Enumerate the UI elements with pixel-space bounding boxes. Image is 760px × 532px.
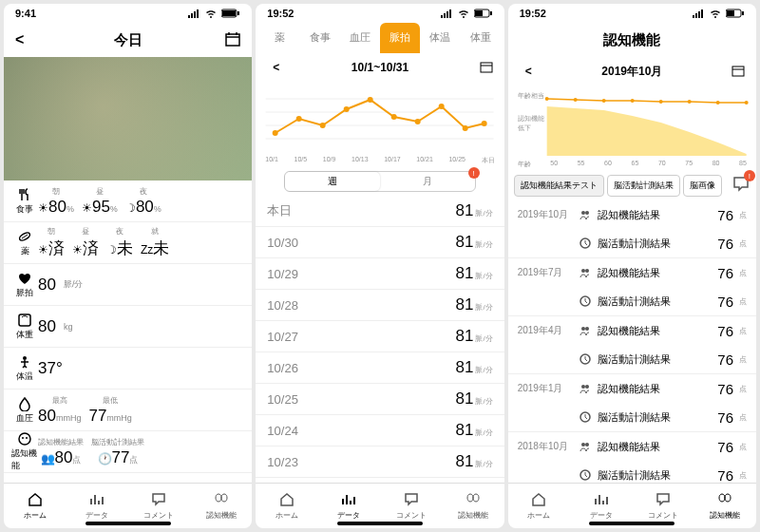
svg-point-34 <box>715 101 719 104</box>
svg-point-7 <box>19 433 30 445</box>
svg-point-8 <box>22 437 24 439</box>
svg-point-42 <box>581 327 585 331</box>
tab-temp[interactable]: 体温 <box>420 23 460 53</box>
signal-icon <box>692 9 705 18</box>
tab-pulse[interactable]: 脈拍 <box>380 23 420 53</box>
row-score: 76 <box>717 236 733 252</box>
seg-week[interactable]: 週 <box>285 172 380 191</box>
data-row[interactable]: 10/2781脈/分 <box>256 321 504 352</box>
tab-brain-activity[interactable]: 脳活動計測結果 <box>607 175 680 197</box>
history-row[interactable]: 脳活動計測結果76点 <box>508 229 756 257</box>
row-unit: 脈/分 <box>475 366 492 374</box>
calendar-button[interactable] <box>732 64 745 80</box>
history-row[interactable]: 脳活動計測結果76点 <box>508 461 756 483</box>
row-date: 10/23 <box>267 455 298 469</box>
row-unit: 脈/分 <box>475 240 492 249</box>
status-bar: 9:41 <box>4 4 252 23</box>
row-value: 81 <box>456 421 474 439</box>
history-row[interactable]: 2019年1月認知機能結果76点 <box>508 374 756 403</box>
nav-home[interactable]: ホーム <box>4 484 66 528</box>
data-row[interactable]: 10/2881脈/分 <box>256 290 504 321</box>
row-label: 認知機能結果 <box>598 382 660 396</box>
svg-point-23 <box>482 121 487 126</box>
history-row[interactable]: 2018年10月認知機能結果76点 <box>508 432 756 461</box>
data-row[interactable]: 10/2481脈/分 <box>256 415 504 446</box>
brain-icon <box>213 491 230 508</box>
tab-medicine[interactable]: 薬 <box>259 23 299 53</box>
home-icon <box>530 491 547 508</box>
data-row[interactable]: 10/2381脈/分 <box>256 446 504 478</box>
row-score: 76 <box>717 381 733 397</box>
status-time: 19:52 <box>520 8 546 19</box>
row-score: 76 <box>717 467 733 484</box>
row-date: 10/30 <box>267 236 298 250</box>
data-row[interactable]: 本日81脈/分 <box>256 196 504 227</box>
history-row[interactable]: 脳活動計測結果76点 <box>508 345 756 373</box>
history-row[interactable]: 脳活動計測結果76点 <box>508 403 756 431</box>
metric-medicine[interactable]: 薬 朝☀済 昼☀済 夜☽未 就Zz未 <box>4 222 252 264</box>
svg-point-30 <box>601 99 605 103</box>
tab-brain-image[interactable]: 脳画像 <box>683 175 722 197</box>
row-date: 本日 <box>267 202 292 219</box>
scale-icon <box>17 313 32 328</box>
metric-weight[interactable]: 体重 80kg <box>4 306 252 348</box>
svg-point-18 <box>368 97 373 103</box>
metric-pulse[interactable]: 脈拍 80脈/分 <box>4 264 252 306</box>
seg-month[interactable]: 月 <box>380 172 475 191</box>
row-value: 81 <box>456 452 474 470</box>
svg-point-39 <box>581 269 585 273</box>
history-row[interactable]: 2019年4月認知機能結果76点 <box>508 316 756 345</box>
svg-point-21 <box>439 104 445 109</box>
calendar-button[interactable] <box>225 31 240 49</box>
home-icon <box>278 491 295 508</box>
prev-range-button[interactable]: < <box>525 65 532 78</box>
head-icon <box>17 431 32 446</box>
metrics-list: 食事 朝☀80% 昼☀95% 夜☽80% 薬 朝☀済 昼☀済 夜☽未 就Zz未 … <box>4 180 252 483</box>
nav-home[interactable]: ホーム <box>256 484 317 528</box>
nav-cognition[interactable]: 認知機能 <box>694 484 756 528</box>
row-value: 81 <box>456 264 474 282</box>
metric-cognition[interactable]: 認知機能 認知機能結果👥80点 脳活動計測結果🕐77点 <box>4 431 252 473</box>
data-row[interactable]: 10/2581脈/分 <box>256 384 504 415</box>
history-row[interactable]: 2019年10月認知機能結果76点 <box>508 200 756 229</box>
clock-icon <box>579 468 592 482</box>
prev-range-button[interactable]: < <box>273 61 279 74</box>
nav-cognition[interactable]: 認知機能 <box>190 484 252 528</box>
calendar-button[interactable] <box>480 60 493 76</box>
history-group: 2019年4月認知機能結果76点脳活動計測結果76点 <box>508 316 756 374</box>
svg-point-36 <box>581 211 585 215</box>
history-row[interactable]: 2019年7月認知機能結果76点 <box>508 258 756 287</box>
cognition-chart: 年齢相当 認知機能 低下 年齢5055606570758085 <box>508 86 756 171</box>
tab-meal[interactable]: 食事 <box>300 23 340 53</box>
tab-cog-test[interactable]: 認知機能結果テスト <box>514 175 604 197</box>
chat-button[interactable]: ! <box>732 175 750 194</box>
metric-bp[interactable]: 血圧 最高80mmHg 最低77mmHg <box>4 390 252 431</box>
svg-point-43 <box>585 327 589 331</box>
tab-bp[interactable]: 血圧 <box>340 23 380 53</box>
svg-point-33 <box>687 100 691 104</box>
metric-meal[interactable]: 食事 朝☀80% 昼☀95% 夜☽80% <box>4 180 252 222</box>
people-icon <box>579 324 592 337</box>
notification-badge: ! <box>744 170 755 181</box>
tab-weight[interactable]: 体重 <box>460 23 500 53</box>
row-label: 認知機能結果 <box>598 440 660 454</box>
pulse-chart: 10/110/510/910/1310/1710/2110/25本日 <box>256 82 504 167</box>
comment-icon <box>150 491 167 508</box>
metric-temp[interactable]: 体温 37° <box>4 348 252 390</box>
brain-icon <box>465 491 482 508</box>
wifi-icon <box>709 9 722 18</box>
status-indicators <box>692 9 745 18</box>
nav-cognition[interactable]: 認知機能 <box>442 484 504 528</box>
back-button[interactable]: < <box>15 31 24 48</box>
nav-home[interactable]: ホーム <box>508 484 570 528</box>
data-row[interactable]: 10/3081脈/分 <box>256 227 504 258</box>
history-row[interactable]: 脳活動計測結果76点 <box>508 287 756 315</box>
brain-icon <box>716 491 733 508</box>
pulse-data-list: 本日81脈/分10/3081脈/分10/2981脈/分10/2881脈/分10/… <box>256 196 504 483</box>
people-icon <box>579 382 592 395</box>
svg-point-14 <box>273 130 278 136</box>
svg-point-45 <box>581 385 585 389</box>
row-unit: 脈/分 <box>475 460 492 468</box>
data-row[interactable]: 10/2981脈/分 <box>256 258 504 290</box>
data-row[interactable]: 10/2681脈/分 <box>256 352 504 384</box>
